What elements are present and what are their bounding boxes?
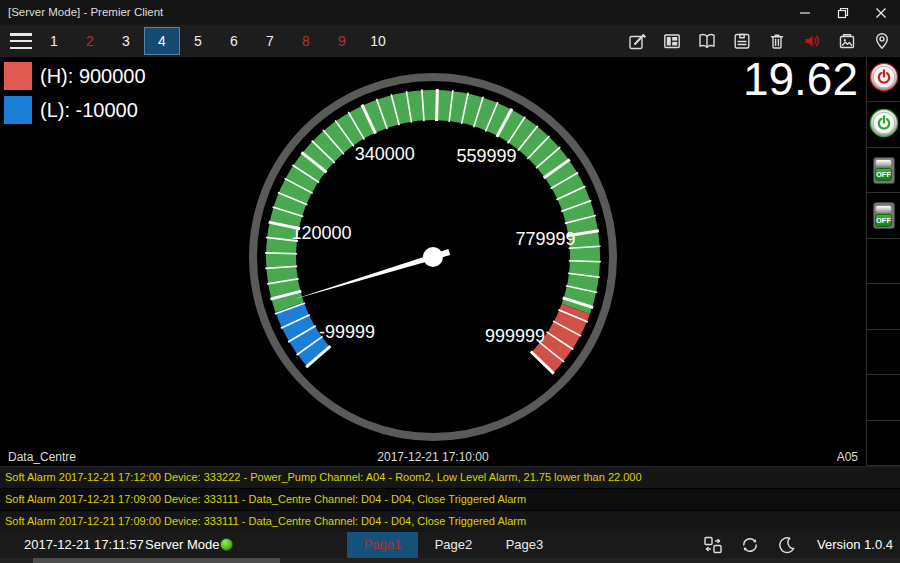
tab-7[interactable]: 7 xyxy=(252,27,288,55)
toggle-switch-2[interactable]: OFF xyxy=(873,202,895,229)
trash-icon[interactable] xyxy=(766,30,788,52)
menu-icon[interactable] xyxy=(10,33,32,49)
book-icon[interactable] xyxy=(696,30,718,52)
app-window: [Server Mode] - Premier Client 123456789… xyxy=(0,0,900,563)
gauge-footer: 2017-12-21 17:10:00 Data_Centre A05 xyxy=(0,450,866,465)
sidebar-cell-8 xyxy=(867,375,900,420)
status-datetime: 2017-12-21 17:11:57 xyxy=(24,532,144,558)
gauge-display: -99999120000340000559999779999999999 xyxy=(243,67,623,447)
gauge-timestamp: 2017-12-21 17:10:00 xyxy=(0,450,866,464)
layout-switch-icon[interactable] xyxy=(703,535,723,555)
alarm-row-2[interactable]: Soft Alarm 2017-12-21 17:09:00 Device: 3… xyxy=(0,489,900,511)
speaker-icon[interactable] xyxy=(801,30,823,52)
threshold-legend: (H): 900000 (L): -10000 xyxy=(4,62,146,130)
titlebar: [Server Mode] - Premier Client xyxy=(0,0,900,25)
alarm-row-1[interactable]: Soft Alarm 2017-12-21 17:12:00 Device: 3… xyxy=(0,467,900,489)
sidebar-cell-7 xyxy=(867,330,900,375)
toggle-switch-1[interactable]: OFF xyxy=(873,157,895,184)
gauge-panel: (H): 900000 (L): -10000 19.62 -999991200… xyxy=(0,57,866,466)
tab-2[interactable]: 2 xyxy=(72,27,108,55)
power-button-red[interactable] xyxy=(869,62,899,96)
switch-state-label: OFF xyxy=(875,214,892,227)
status-icons xyxy=(703,535,797,555)
tab-strip: 12345678910 xyxy=(36,27,396,55)
tab-3[interactable]: 3 xyxy=(108,27,144,55)
tab-6[interactable]: 6 xyxy=(216,27,252,55)
power-button-green[interactable] xyxy=(869,108,899,142)
layout-icon[interactable] xyxy=(661,30,683,52)
svg-text:-99999: -99999 xyxy=(319,322,375,342)
high-threshold-label: (H): 900000 xyxy=(40,65,146,88)
sync-icon[interactable] xyxy=(740,535,760,555)
tab-10[interactable]: 10 xyxy=(360,27,396,55)
sidebar-cell-3: OFF xyxy=(867,148,900,193)
location-pin-icon[interactable] xyxy=(871,30,893,52)
main-area: (H): 900000 (L): -10000 19.62 -999991200… xyxy=(0,57,900,466)
tab-9[interactable]: 9 xyxy=(324,27,360,55)
svg-text:340000: 340000 xyxy=(355,144,415,164)
svg-text:120000: 120000 xyxy=(291,223,351,243)
tab-4[interactable]: 4 xyxy=(144,27,180,55)
archive-box-icon[interactable] xyxy=(836,30,858,52)
control-sidebar: OFFOFF xyxy=(866,57,900,466)
scrollbar-thumb[interactable] xyxy=(33,558,280,563)
high-threshold-row: (H): 900000 xyxy=(4,62,146,90)
page-tab-page3[interactable]: Page3 xyxy=(489,532,560,558)
sidebar-cell-9 xyxy=(867,421,900,466)
low-threshold-row: (L): -10000 xyxy=(4,96,146,124)
sidebar-cell-5 xyxy=(867,239,900,284)
current-value-readout: 19.62 xyxy=(743,52,858,106)
page-tabs: Page1Page2Page3 xyxy=(347,532,560,558)
journal-icon[interactable] xyxy=(731,30,753,52)
switch-knob xyxy=(875,159,892,167)
high-threshold-swatch xyxy=(4,62,32,90)
server-status-indicator xyxy=(220,538,233,551)
low-threshold-swatch xyxy=(4,96,32,124)
edit-icon[interactable] xyxy=(626,30,648,52)
status-bar: 2017-12-21 17:11:57 Server Mode Page1Pag… xyxy=(0,532,900,558)
toolbar xyxy=(626,30,893,52)
close-icon[interactable] xyxy=(862,0,900,25)
alarm-list: Soft Alarm 2017-12-21 17:12:00 Device: 3… xyxy=(0,466,900,532)
horizontal-scrollbar[interactable] xyxy=(0,558,900,563)
page-tab-page2[interactable]: Page2 xyxy=(418,532,489,558)
server-mode-label: Server Mode xyxy=(145,532,219,558)
tab-5[interactable]: 5 xyxy=(180,27,216,55)
version-label: Version 1.0.4 xyxy=(817,532,893,558)
alarm-row-3[interactable]: Soft Alarm 2017-12-21 17:09:00 Device: 3… xyxy=(0,511,900,533)
low-threshold-label: (L): -10000 xyxy=(40,99,138,122)
switch-state-label: OFF xyxy=(875,168,892,181)
svg-text:999999: 999999 xyxy=(485,326,545,346)
tab-8[interactable]: 8 xyxy=(288,27,324,55)
switch-knob xyxy=(875,205,892,213)
svg-text:559999: 559999 xyxy=(456,146,516,166)
device-name: Data_Centre xyxy=(8,450,76,464)
page-tab-page1[interactable]: Page1 xyxy=(347,532,418,558)
svg-text:779999: 779999 xyxy=(516,229,576,249)
sidebar-cell-2 xyxy=(867,102,900,147)
night-mode-icon[interactable] xyxy=(777,535,797,555)
sidebar-cell-6 xyxy=(867,284,900,329)
window-title: [Server Mode] - Premier Client xyxy=(8,0,163,25)
channel-id: A05 xyxy=(837,450,858,464)
restore-icon[interactable] xyxy=(824,0,862,25)
sidebar-cell-1 xyxy=(867,57,900,102)
window-controls xyxy=(786,0,900,25)
minimize-icon[interactable] xyxy=(786,0,824,25)
sidebar-cell-4: OFF xyxy=(867,193,900,238)
tab-1[interactable]: 1 xyxy=(36,27,72,55)
